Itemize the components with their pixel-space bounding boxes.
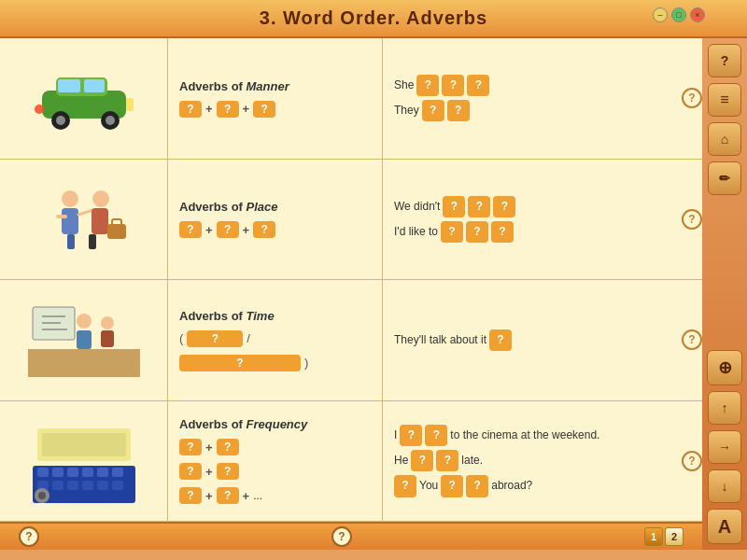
pill-freq-2b[interactable]: ? bbox=[217, 463, 239, 480]
sentence-freq-2: He ? ? late. bbox=[394, 450, 670, 471]
pill-p1-1[interactable]: ? bbox=[443, 196, 465, 217]
cell-right-manner: She ? ? ? They ? ? bbox=[383, 38, 682, 159]
svg-point-5 bbox=[106, 116, 115, 125]
formula-freq-3: ? + ? + ... bbox=[179, 487, 371, 504]
bottom-hint-2[interactable]: ? bbox=[331, 526, 352, 547]
help-button[interactable]: ? bbox=[708, 44, 741, 77]
pill-time-1[interactable]: ? bbox=[187, 330, 243, 347]
adverb-title-freq: Adverbs of Frequency bbox=[179, 417, 371, 431]
svg-rect-37 bbox=[52, 481, 63, 490]
svg-rect-11 bbox=[62, 208, 78, 234]
title-bar: 3. Word Order. Adverbs – □ × bbox=[0, 0, 747, 38]
home-button[interactable]: ⌂ bbox=[708, 122, 741, 156]
sentence-time-1: They'll talk about it ? bbox=[394, 329, 670, 351]
pencil-button[interactable]: ✏ bbox=[708, 161, 741, 195]
pill-s1-2[interactable]: ? bbox=[442, 75, 464, 96]
hint-place[interactable]: ? bbox=[682, 209, 702, 230]
svg-rect-33 bbox=[82, 468, 93, 477]
hint-manner[interactable]: ? bbox=[682, 88, 702, 108]
pill-f1-2[interactable]: ? bbox=[425, 425, 447, 446]
page-btn-1[interactable]: 1 bbox=[644, 527, 663, 546]
up-button[interactable]: ↑ bbox=[708, 391, 741, 425]
row-manner: Adverbs of Manner ? + ? + ? She ? ? ? bbox=[0, 38, 702, 160]
pill-manner-3[interactable]: ? bbox=[253, 101, 275, 118]
row-time: Adverbs of Time ( ? / ? ) They'll talk a… bbox=[0, 280, 702, 401]
pill-freq-1a[interactable]: ? bbox=[179, 439, 202, 455]
font-button[interactable]: A bbox=[707, 509, 742, 544]
pill-t1-1[interactable]: ? bbox=[489, 329, 512, 351]
cell-right-freq: I ? ? to the cinema at the weekend. He ?… bbox=[383, 401, 682, 522]
pill-p1-3[interactable]: ? bbox=[493, 196, 515, 217]
hint-frequency[interactable]: ? bbox=[682, 451, 702, 471]
pill-f3-1[interactable]: ? bbox=[441, 475, 463, 497]
image-frequency bbox=[0, 401, 168, 522]
svg-rect-39 bbox=[82, 481, 93, 490]
image-manner bbox=[0, 38, 168, 159]
sentence-place-2: I'd like to ? ? ? bbox=[394, 221, 670, 243]
pill-f3-2[interactable]: ? bbox=[466, 475, 488, 497]
sidebar: ? ≡ ⌂ ✏ ⊕ ↑ → ↓ A bbox=[702, 38, 747, 550]
image-place bbox=[0, 160, 168, 280]
sentence-manner-2: They ? ? bbox=[394, 100, 670, 121]
pill-freq-3b[interactable]: ? bbox=[217, 487, 239, 504]
pill-f2-1[interactable]: ? bbox=[411, 450, 433, 471]
pill-p2-2[interactable]: ? bbox=[466, 221, 488, 243]
pill-f1-1[interactable]: ? bbox=[400, 425, 422, 446]
pill-p1-2[interactable]: ? bbox=[468, 196, 490, 217]
pill-place-3[interactable]: ? bbox=[253, 221, 275, 238]
svg-rect-7 bbox=[84, 79, 105, 92]
svg-rect-26 bbox=[77, 330, 92, 349]
sentence-freq-3: ? You ? ? abroad? bbox=[394, 475, 670, 497]
svg-rect-30 bbox=[37, 468, 49, 477]
right-button[interactable]: → bbox=[708, 430, 741, 464]
row-frequency: Adverbs of Frequency ? + ? ? + ? ? + ? + bbox=[0, 401, 702, 523]
main-layout: Adverbs of Manner ? + ? + ? She ? ? ? bbox=[0, 38, 747, 550]
row-place: Adverbs of Place ? + ? + ? We didn't ? ? bbox=[0, 160, 702, 281]
pill-freq-2a[interactable]: ? bbox=[179, 463, 202, 480]
pill-place-2[interactable]: ? bbox=[217, 221, 239, 238]
pill-time-2[interactable]: ? bbox=[179, 355, 301, 371]
pill-place-1[interactable]: ? bbox=[179, 221, 202, 238]
bottom-hint-1[interactable]: ? bbox=[19, 526, 39, 547]
svg-rect-17 bbox=[56, 215, 67, 218]
pill-manner-2[interactable]: ? bbox=[217, 101, 239, 118]
pill-manner-1[interactable]: ? bbox=[179, 101, 202, 118]
svg-rect-20 bbox=[28, 349, 140, 377]
pill-p2-3[interactable]: ? bbox=[491, 221, 514, 243]
formula-freq-2: ? + ? bbox=[179, 463, 371, 480]
page-btn-2[interactable]: 2 bbox=[665, 527, 684, 546]
pill-s1-3[interactable]: ? bbox=[467, 75, 489, 96]
pill-s2-2[interactable]: ? bbox=[447, 100, 470, 121]
sentence-manner-1: She ? ? ? bbox=[394, 75, 670, 96]
svg-point-3 bbox=[56, 116, 65, 125]
cell-right-time-wrapper: They'll talk about it ? ? bbox=[383, 280, 702, 400]
pill-f2-2[interactable]: ? bbox=[436, 450, 458, 471]
you-text: You bbox=[419, 477, 438, 495]
adverb-title-manner: Adverbs of Manner bbox=[179, 79, 371, 93]
cell-left-place: Adverbs of Place ? + ? + ? bbox=[168, 160, 383, 280]
pill-f3-start[interactable]: ? bbox=[394, 475, 416, 497]
cell-left-time: Adverbs of Time ( ? / ? ) bbox=[168, 280, 383, 400]
down-button[interactable]: ↓ bbox=[708, 469, 741, 503]
svg-rect-14 bbox=[92, 208, 108, 234]
cell-right-place: We didn't ? ? ? I'd like to ? ? ? bbox=[383, 160, 682, 280]
zoom-button[interactable]: ⊕ bbox=[707, 350, 742, 385]
close-button[interactable]: × bbox=[690, 7, 705, 22]
restore-button[interactable]: □ bbox=[671, 7, 686, 22]
adverb-title-place: Adverbs of Place bbox=[179, 200, 371, 214]
minimize-button[interactable]: – bbox=[653, 7, 668, 22]
svg-point-9 bbox=[35, 105, 44, 114]
hint-time[interactable]: ? bbox=[682, 329, 702, 350]
svg-rect-35 bbox=[112, 468, 123, 477]
pill-s2-1[interactable]: ? bbox=[422, 100, 444, 121]
list-button[interactable]: ≡ bbox=[708, 83, 741, 117]
pill-s1-1[interactable]: ? bbox=[416, 75, 439, 96]
pill-freq-3a[interactable]: ? bbox=[179, 487, 202, 504]
svg-rect-28 bbox=[101, 330, 114, 347]
svg-point-25 bbox=[77, 314, 92, 329]
pill-freq-1b[interactable]: ? bbox=[217, 439, 239, 455]
svg-point-10 bbox=[62, 190, 78, 207]
pill-p2-1[interactable]: ? bbox=[441, 221, 463, 243]
adverb-title-time: Adverbs of Time bbox=[179, 309, 371, 323]
formula-manner: ? + ? + ? bbox=[179, 101, 371, 118]
